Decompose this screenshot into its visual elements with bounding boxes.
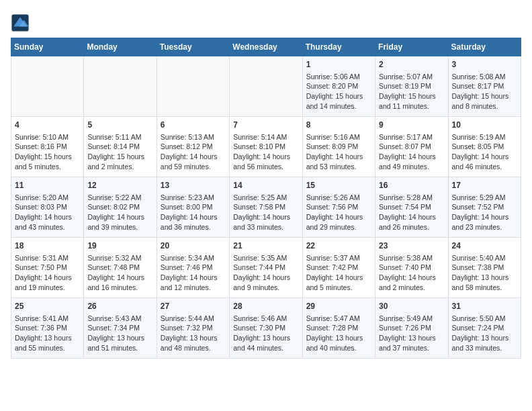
day-number: 21 [233,240,298,252]
day-content: Sunrise: 5:35 AM Sunset: 7:44 PM Dayligh… [233,254,290,291]
calendar-row: 1Sunrise: 5:06 AM Sunset: 8:20 PM Daylig… [11,56,521,117]
day-content: Sunrise: 5:41 AM Sunset: 7:36 PM Dayligh… [15,314,72,352]
calendar-cell: 21Sunrise: 5:35 AM Sunset: 7:44 PM Dayli… [230,238,302,298]
calendar-cell: 8Sunrise: 5:16 AM Sunset: 8:09 PM Daylig… [302,117,375,177]
calendar-cell: 30Sunrise: 5:49 AM Sunset: 7:26 PM Dayli… [375,298,448,359]
day-number: 25 [15,301,80,312]
calendar-cell: 11Sunrise: 5:20 AM Sunset: 8:03 PM Dayli… [11,177,84,238]
calendar-table: SundayMondayTuesdayWednesdayThursdayFrid… [11,38,521,359]
day-number: 13 [161,180,226,191]
day-number: 15 [306,180,371,191]
day-number: 5 [87,120,152,131]
day-content: Sunrise: 5:06 AM Sunset: 8:20 PM Dayligh… [306,73,363,110]
day-number: 9 [379,120,444,131]
day-content: Sunrise: 5:20 AM Sunset: 8:03 PM Dayligh… [15,193,72,231]
day-content: Sunrise: 5:25 AM Sunset: 7:58 PM Dayligh… [233,193,290,231]
calendar-cell: 10Sunrise: 5:19 AM Sunset: 8:05 PM Dayli… [448,117,521,177]
day-number: 26 [87,301,152,312]
calendar-cell: 12Sunrise: 5:22 AM Sunset: 8:02 PM Dayli… [84,177,157,238]
day-number: 4 [15,120,80,131]
day-content: Sunrise: 5:22 AM Sunset: 8:02 PM Dayligh… [87,193,144,231]
header-row: SundayMondayTuesdayWednesdayThursdayFrid… [11,38,521,56]
day-content: Sunrise: 5:26 AM Sunset: 7:56 PM Dayligh… [306,193,363,231]
calendar-cell: 6Sunrise: 5:13 AM Sunset: 8:12 PM Daylig… [157,117,229,177]
day-content: Sunrise: 5:13 AM Sunset: 8:12 PM Dayligh… [161,133,218,171]
day-number: 1 [306,59,371,71]
calendar-cell: 31Sunrise: 5:50 AM Sunset: 7:24 PM Dayli… [448,298,521,359]
calendar-row: 18Sunrise: 5:31 AM Sunset: 7:50 PM Dayli… [11,238,521,298]
calendar-cell: 25Sunrise: 5:41 AM Sunset: 7:36 PM Dayli… [11,298,84,359]
day-number: 11 [15,180,80,191]
day-content: Sunrise: 5:47 AM Sunset: 7:28 PM Dayligh… [306,314,363,352]
day-content: Sunrise: 5:08 AM Sunset: 8:17 PM Dayligh… [452,73,509,110]
header-cell-saturday: Saturday [448,38,521,56]
header-cell-thursday: Thursday [302,38,375,56]
day-content: Sunrise: 5:37 AM Sunset: 7:42 PM Dayligh… [306,254,363,291]
calendar-cell [230,56,302,117]
day-number: 28 [233,301,298,312]
day-number: 19 [87,240,152,252]
calendar-cell: 1Sunrise: 5:06 AM Sunset: 8:20 PM Daylig… [302,56,375,117]
day-number: 20 [161,240,226,252]
day-content: Sunrise: 5:49 AM Sunset: 7:26 PM Dayligh… [379,314,436,352]
calendar-row: 25Sunrise: 5:41 AM Sunset: 7:36 PM Dayli… [11,298,521,359]
day-number: 22 [306,240,371,252]
day-content: Sunrise: 5:28 AM Sunset: 7:54 PM Dayligh… [379,193,436,231]
day-content: Sunrise: 5:29 AM Sunset: 7:52 PM Dayligh… [452,193,509,231]
calendar-cell: 29Sunrise: 5:47 AM Sunset: 7:28 PM Dayli… [302,298,375,359]
calendar-cell: 2Sunrise: 5:07 AM Sunset: 8:19 PM Daylig… [375,56,448,117]
calendar-cell [84,56,157,117]
calendar-header: SundayMondayTuesdayWednesdayThursdayFrid… [11,38,521,56]
calendar-cell: 16Sunrise: 5:28 AM Sunset: 7:54 PM Dayli… [375,177,448,238]
day-content: Sunrise: 5:50 AM Sunset: 7:24 PM Dayligh… [452,314,509,352]
calendar-cell: 24Sunrise: 5:40 AM Sunset: 7:38 PM Dayli… [448,238,521,298]
calendar-cell: 18Sunrise: 5:31 AM Sunset: 7:50 PM Dayli… [11,238,84,298]
calendar-cell: 20Sunrise: 5:34 AM Sunset: 7:46 PM Dayli… [157,238,229,298]
day-content: Sunrise: 5:40 AM Sunset: 7:38 PM Dayligh… [452,254,509,291]
header-cell-tuesday: Tuesday [157,38,229,56]
calendar-cell [11,56,84,117]
calendar-cell [157,56,229,117]
logo [11,13,31,32]
day-number: 14 [233,180,298,191]
day-content: Sunrise: 5:16 AM Sunset: 8:09 PM Dayligh… [306,133,363,171]
calendar-cell: 5Sunrise: 5:11 AM Sunset: 8:14 PM Daylig… [84,117,157,177]
day-number: 24 [452,240,517,252]
day-content: Sunrise: 5:19 AM Sunset: 8:05 PM Dayligh… [452,133,509,171]
day-number: 23 [379,240,444,252]
calendar-cell: 19Sunrise: 5:32 AM Sunset: 7:48 PM Dayli… [84,238,157,298]
day-content: Sunrise: 5:11 AM Sunset: 8:14 PM Dayligh… [87,133,144,171]
calendar-cell: 23Sunrise: 5:38 AM Sunset: 7:40 PM Dayli… [375,238,448,298]
day-number: 2 [379,59,444,71]
day-number: 18 [15,240,80,252]
day-number: 30 [379,301,444,312]
day-number: 16 [379,180,444,191]
calendar-cell: 3Sunrise: 5:08 AM Sunset: 8:17 PM Daylig… [448,56,521,117]
calendar-row: 4Sunrise: 5:10 AM Sunset: 8:16 PM Daylig… [11,117,521,177]
calendar-cell: 22Sunrise: 5:37 AM Sunset: 7:42 PM Dayli… [302,238,375,298]
calendar-cell: 26Sunrise: 5:43 AM Sunset: 7:34 PM Dayli… [84,298,157,359]
calendar-cell: 14Sunrise: 5:25 AM Sunset: 7:58 PM Dayli… [230,177,302,238]
day-content: Sunrise: 5:34 AM Sunset: 7:46 PM Dayligh… [161,254,218,291]
header-cell-friday: Friday [375,38,448,56]
logo-icon [11,13,30,32]
day-content: Sunrise: 5:17 AM Sunset: 8:07 PM Dayligh… [379,133,436,171]
header-cell-sunday: Sunday [11,38,84,56]
calendar-cell: 7Sunrise: 5:14 AM Sunset: 8:10 PM Daylig… [230,117,302,177]
day-number: 6 [161,120,226,131]
day-number: 7 [233,120,298,131]
header-cell-monday: Monday [84,38,157,56]
day-number: 29 [306,301,371,312]
calendar-cell: 15Sunrise: 5:26 AM Sunset: 7:56 PM Dayli… [302,177,375,238]
calendar-cell: 13Sunrise: 5:23 AM Sunset: 8:00 PM Dayli… [157,177,229,238]
calendar-cell: 27Sunrise: 5:44 AM Sunset: 7:32 PM Dayli… [157,298,229,359]
calendar-body: 1Sunrise: 5:06 AM Sunset: 8:20 PM Daylig… [11,56,521,359]
calendar-cell: 9Sunrise: 5:17 AM Sunset: 8:07 PM Daylig… [375,117,448,177]
day-content: Sunrise: 5:31 AM Sunset: 7:50 PM Dayligh… [15,254,72,291]
day-content: Sunrise: 5:07 AM Sunset: 8:19 PM Dayligh… [379,73,436,110]
day-number: 10 [452,120,517,131]
day-content: Sunrise: 5:23 AM Sunset: 8:00 PM Dayligh… [161,193,218,231]
day-content: Sunrise: 5:38 AM Sunset: 7:40 PM Dayligh… [379,254,436,291]
day-content: Sunrise: 5:32 AM Sunset: 7:48 PM Dayligh… [87,254,144,291]
day-number: 27 [161,301,226,312]
